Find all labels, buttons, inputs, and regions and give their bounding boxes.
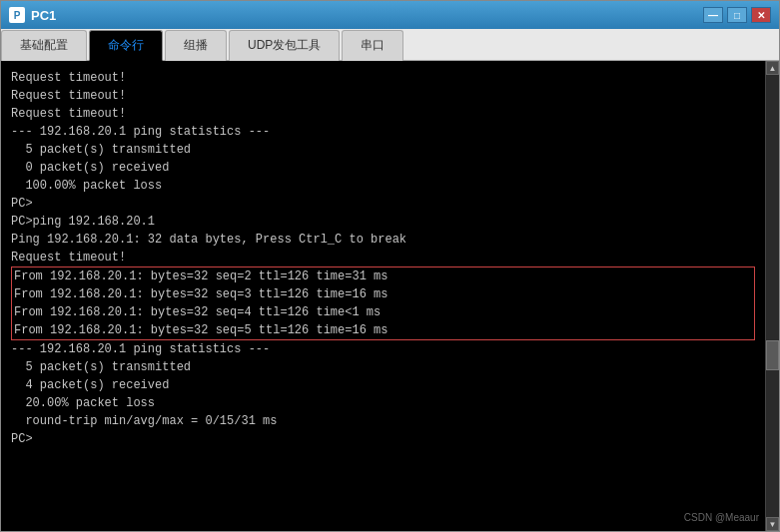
window-controls: — □ ✕ [703,7,771,23]
scrollbar-thumb[interactable] [766,340,779,370]
window-icon: P [9,7,25,23]
scrollbar-track[interactable] [766,75,779,517]
scroll-down-button[interactable]: ▼ [766,517,779,531]
window-title: PC1 [31,8,703,23]
close-button[interactable]: ✕ [751,7,771,23]
minimize-button[interactable]: — [703,7,723,23]
tab-multicast[interactable]: 组播 [165,30,227,61]
scroll-up-button[interactable]: ▲ [766,61,779,75]
title-bar: P PC1 — □ ✕ [1,1,779,29]
terminal-output[interactable]: Request timeout!Request timeout!Request … [1,61,765,531]
tab-bar: 基础配置 命令行 组播 UDP发包工具 串口 [1,29,779,61]
tab-udp-tool[interactable]: UDP发包工具 [229,30,340,61]
tab-basic-config[interactable]: 基础配置 [1,30,87,61]
main-window: P PC1 — □ ✕ 基础配置 命令行 组播 UDP发包工具 串口 Reque… [0,0,780,532]
maximize-button[interactable]: □ [727,7,747,23]
scrollbar[interactable]: ▲ ▼ [765,61,779,531]
watermark: CSDN @Meaaur [684,512,759,523]
tab-command-line[interactable]: 命令行 [89,30,163,61]
tab-serial[interactable]: 串口 [342,30,403,61]
content-area: Request timeout!Request timeout!Request … [1,61,779,531]
